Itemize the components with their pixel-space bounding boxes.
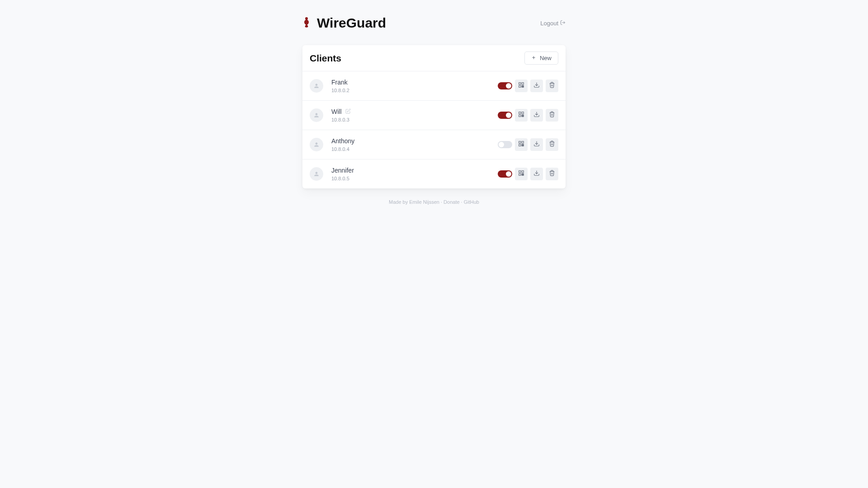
svg-rect-15 [523, 116, 524, 117]
qr-button[interactable] [515, 168, 528, 180]
svg-rect-33 [523, 174, 524, 174]
download-button[interactable] [530, 109, 543, 122]
footer-donate-link[interactable]: Donate [443, 199, 459, 205]
qr-icon [518, 82, 524, 90]
download-icon [533, 170, 540, 178]
avatar [310, 79, 323, 93]
client-name[interactable]: Jennifer [331, 167, 498, 174]
download-button[interactable] [530, 168, 543, 180]
footer-author-link[interactable]: Emile Nijssen [409, 199, 439, 205]
enable-toggle[interactable] [498, 82, 512, 89]
card-header: Clients New [302, 45, 566, 71]
delete-button[interactable] [546, 138, 558, 151]
svg-rect-17 [523, 115, 524, 116]
qr-icon [518, 141, 524, 149]
svg-rect-13 [519, 115, 521, 117]
svg-rect-9 [523, 85, 524, 86]
svg-rect-16 [522, 116, 523, 117]
client-ip: 10.8.0.2 [331, 88, 498, 93]
avatar [310, 138, 323, 151]
footer-sep-2: · [460, 199, 464, 205]
svg-rect-5 [519, 85, 521, 87]
svg-rect-19 [519, 141, 521, 143]
client-name-text: Will [331, 108, 342, 115]
svg-rect-11 [519, 112, 521, 114]
svg-rect-6 [522, 85, 523, 86]
client-actions [498, 168, 558, 180]
trash-icon [549, 111, 555, 119]
client-meta: Frank10.8.0.2 [331, 79, 498, 93]
client-ip: 10.8.0.4 [331, 146, 498, 152]
header: WireGuard Logout [302, 15, 566, 31]
svg-rect-14 [522, 115, 523, 116]
logout-button[interactable]: Logout [540, 20, 566, 27]
client-meta: Anthony10.8.0.4 [331, 137, 498, 152]
svg-rect-24 [522, 145, 523, 146]
plus-icon [531, 55, 536, 61]
client-row: Jennifer10.8.0.5 [302, 160, 566, 188]
client-row: Anthony10.8.0.4 [302, 130, 566, 160]
svg-rect-23 [523, 145, 524, 146]
svg-rect-12 [522, 112, 524, 114]
qr-button[interactable] [515, 109, 528, 122]
delete-button[interactable] [546, 168, 558, 180]
avatar [310, 108, 323, 122]
new-client-button[interactable]: New [524, 52, 558, 65]
enable-toggle[interactable] [498, 112, 512, 119]
trash-icon [549, 141, 555, 149]
svg-rect-22 [522, 144, 523, 145]
clients-card: Clients New Frank10.8.0.2Will10.8.0.3Ant… [302, 45, 566, 188]
qr-icon [518, 111, 524, 119]
wireguard-logo-icon [302, 16, 311, 30]
client-meta: Jennifer10.8.0.5 [331, 167, 498, 181]
trash-icon [549, 170, 555, 178]
edit-icon [345, 108, 351, 115]
client-name[interactable]: Anthony [331, 137, 498, 145]
footer: Made by Emile Nijssen · Donate · GitHub [302, 199, 566, 205]
client-name-text: Anthony [331, 137, 354, 145]
download-icon [533, 111, 540, 119]
svg-rect-30 [522, 174, 523, 174]
svg-rect-8 [522, 87, 523, 88]
qr-button[interactable] [515, 138, 528, 151]
download-button[interactable] [530, 80, 543, 92]
client-ip: 10.8.0.5 [331, 176, 498, 181]
trash-icon [549, 82, 555, 90]
logout-label: Logout [540, 20, 558, 27]
card-title: Clients [310, 53, 341, 64]
download-icon [533, 141, 540, 149]
svg-rect-29 [519, 174, 521, 175]
client-name[interactable]: Will [331, 108, 498, 115]
client-actions [498, 138, 558, 151]
delete-button[interactable] [546, 109, 558, 122]
enable-toggle[interactable] [498, 170, 512, 178]
client-ip: 10.8.0.3 [331, 117, 498, 122]
footer-sep-1: · [439, 199, 443, 205]
clients-list: Frank10.8.0.2Will10.8.0.3Anthony10.8.0.4… [302, 71, 566, 188]
footer-github-link[interactable]: GitHub [464, 199, 479, 205]
svg-rect-31 [523, 175, 524, 176]
download-button[interactable] [530, 138, 543, 151]
svg-rect-20 [522, 141, 524, 143]
svg-rect-28 [522, 171, 524, 173]
client-row: Will10.8.0.3 [302, 101, 566, 130]
client-name[interactable]: Frank [331, 79, 498, 86]
avatar [310, 167, 323, 181]
download-icon [533, 82, 540, 90]
logout-icon [560, 20, 566, 27]
delete-button[interactable] [546, 80, 558, 92]
client-name-text: Jennifer [331, 167, 354, 174]
svg-rect-3 [519, 83, 521, 84]
qr-button[interactable] [515, 80, 528, 92]
svg-rect-7 [523, 87, 524, 88]
enable-toggle[interactable] [498, 141, 512, 148]
client-actions [498, 109, 558, 122]
client-actions [498, 80, 558, 92]
client-name-text: Frank [331, 79, 348, 86]
client-meta: Will10.8.0.3 [331, 108, 498, 122]
svg-rect-21 [519, 144, 521, 146]
svg-rect-4 [522, 83, 524, 84]
svg-rect-25 [523, 144, 524, 145]
client-row: Frank10.8.0.2 [302, 71, 566, 101]
footer-madeby-prefix: Made by [389, 199, 409, 205]
